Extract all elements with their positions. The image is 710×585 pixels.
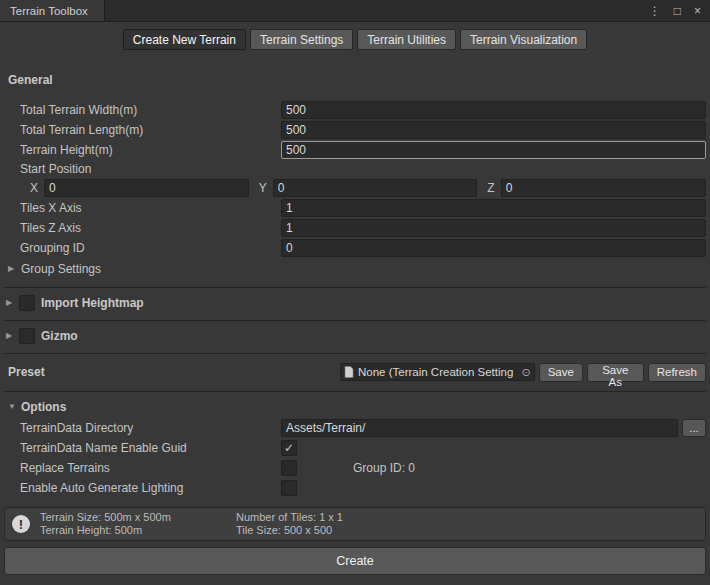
total-terrain-width-row: Total Terrain Width(m)	[4, 100, 706, 120]
terrain-height-row: Terrain Height(m)	[4, 140, 706, 160]
number-of-tiles-text: Number of Tiles: 1 x 1	[236, 511, 343, 524]
create-new-terrain-panel: General Total Terrain Width(m) Total Ter…	[0, 73, 710, 575]
preset-object-value: None (Terrain Creation Setting	[358, 366, 517, 378]
terrain-height-label: Terrain Height(m)	[4, 143, 281, 157]
terraindata-name-enable-guid-checkbox[interactable]: ✓	[281, 440, 297, 456]
tiles-x-axis-row: Tiles X Axis	[4, 198, 706, 218]
group-settings-label: Group Settings	[21, 262, 101, 276]
terraindata-directory-input[interactable]	[281, 419, 678, 437]
start-position-x: X	[30, 179, 249, 197]
start-position-z: Z	[487, 179, 706, 197]
tab-terrain-utilities[interactable]: Terrain Utilities	[357, 29, 456, 50]
terraindata-name-enable-guid-row: TerrainData Name Enable Guid ✓	[4, 438, 706, 458]
refresh-button[interactable]: Refresh	[648, 363, 706, 382]
enable-auto-generate-lighting-checkbox[interactable]	[281, 480, 297, 496]
terraindata-directory-label: TerrainData Directory	[4, 421, 281, 435]
grouping-id-row: Grouping ID	[4, 238, 706, 258]
terrain-height-input[interactable]	[281, 141, 706, 159]
scriptable-object-icon	[344, 366, 354, 378]
menu-icon[interactable]: ⋮	[649, 5, 661, 17]
divider	[4, 391, 706, 392]
terraindata-directory-row: TerrainData Directory ...	[4, 418, 706, 438]
z-axis-label: Z	[487, 181, 494, 195]
chevron-right-icon: ▶	[6, 299, 19, 307]
grouping-id-input[interactable]	[281, 239, 706, 257]
start-position-z-input[interactable]	[501, 179, 706, 197]
window-title: Terrain Toolbox	[10, 5, 88, 17]
preset-row: Preset None (Terrain Creation Setting ⊙ …	[4, 362, 706, 382]
chevron-down-icon: ▼	[8, 403, 21, 411]
save-button[interactable]: Save	[539, 363, 583, 382]
options-label: Options	[21, 400, 66, 414]
replace-terrains-checkbox[interactable]	[281, 460, 297, 476]
titlebar-controls: ⋮ □ ×	[649, 0, 710, 21]
terrain-summary-help-box: ! Terrain Size: 500m x 500m Terrain Heig…	[4, 507, 706, 541]
replace-terrains-row: Replace Terrains Group ID: 0	[4, 458, 706, 478]
chevron-right-icon: ▶	[6, 332, 19, 340]
enable-auto-generate-lighting-label: Enable Auto Generate Lighting	[4, 481, 281, 495]
total-terrain-width-input[interactable]	[281, 101, 706, 119]
checkmark-icon: ✓	[284, 442, 294, 454]
tiles-summary: Number of Tiles: 1 x 1 Tile Size: 500 x …	[236, 511, 343, 537]
total-terrain-length-label: Total Terrain Length(m)	[4, 123, 281, 137]
divider	[4, 353, 706, 354]
x-axis-label: X	[30, 181, 38, 195]
enable-auto-generate-lighting-row: Enable Auto Generate Lighting	[4, 478, 706, 498]
start-position-xyz-row: X Y Z	[4, 178, 706, 198]
start-position-label: Start Position	[4, 162, 281, 176]
replace-terrains-label: Replace Terrains	[4, 461, 281, 475]
close-icon[interactable]: ×	[694, 5, 701, 17]
info-icon: !	[12, 515, 30, 533]
preset-label: Preset	[8, 365, 340, 379]
toolbox-mode-tabs: Create New Terrain Terrain Settings Terr…	[0, 22, 710, 51]
chevron-right-icon: ▶	[8, 265, 21, 273]
import-heightmap-label: Import Heightmap	[41, 296, 144, 310]
terrain-size-text: Terrain Size: 500m x 500m	[40, 511, 236, 524]
gizmo-checkbox[interactable]	[19, 328, 35, 344]
tiles-x-axis-label: Tiles X Axis	[4, 201, 281, 215]
browse-button[interactable]: ...	[682, 419, 706, 437]
save-as-button[interactable]: Save As	[587, 363, 644, 382]
terrain-toolbox-window: Terrain Toolbox ⋮ □ × Create New Terrain…	[0, 0, 710, 575]
terrain-size-summary: Terrain Size: 500m x 500m Terrain Height…	[40, 511, 236, 537]
terraindata-name-enable-guid-label: TerrainData Name Enable Guid	[4, 441, 281, 455]
create-button[interactable]: Create	[4, 547, 706, 575]
total-terrain-length-input[interactable]	[281, 121, 706, 139]
tiles-z-axis-input[interactable]	[281, 219, 706, 237]
maximize-icon[interactable]: □	[674, 5, 681, 17]
grouping-id-label: Grouping ID	[4, 241, 281, 255]
gizmo-section[interactable]: ▶ Gizmo	[4, 321, 706, 351]
tab-terrain-visualization[interactable]: Terrain Visualization	[460, 29, 587, 50]
tile-size-text: Tile Size: 500 x 500	[236, 524, 343, 537]
preset-object-field[interactable]: None (Terrain Creation Setting ⊙	[340, 363, 535, 381]
total-terrain-length-row: Total Terrain Length(m)	[4, 120, 706, 140]
start-position-x-input[interactable]	[44, 179, 249, 197]
y-axis-label: Y	[259, 181, 267, 195]
terrain-height-text: Terrain Height: 500m	[40, 524, 236, 537]
group-settings-foldout[interactable]: ▶ Group Settings	[4, 260, 706, 278]
general-header: General	[8, 73, 706, 88]
import-heightmap-section[interactable]: ▶ Import Heightmap	[4, 288, 706, 318]
options-foldout[interactable]: ▼ Options	[4, 398, 706, 416]
group-id-value: Group ID: 0	[353, 461, 415, 475]
start-position-y: Y	[259, 179, 478, 197]
tab-create-new-terrain[interactable]: Create New Terrain	[123, 29, 246, 50]
window-tab[interactable]: Terrain Toolbox	[0, 0, 105, 21]
object-picker-icon[interactable]: ⊙	[521, 367, 530, 378]
start-position-y-input[interactable]	[273, 179, 478, 197]
gizmo-label: Gizmo	[41, 329, 78, 343]
tiles-x-axis-input[interactable]	[281, 199, 706, 217]
tab-terrain-settings[interactable]: Terrain Settings	[250, 29, 353, 50]
total-terrain-width-label: Total Terrain Width(m)	[4, 103, 281, 117]
import-heightmap-checkbox[interactable]	[19, 295, 35, 311]
tiles-z-axis-label: Tiles Z Axis	[4, 221, 281, 235]
titlebar: Terrain Toolbox ⋮ □ ×	[0, 0, 710, 22]
start-position-row: Start Position	[4, 160, 706, 178]
tiles-z-axis-row: Tiles Z Axis	[4, 218, 706, 238]
